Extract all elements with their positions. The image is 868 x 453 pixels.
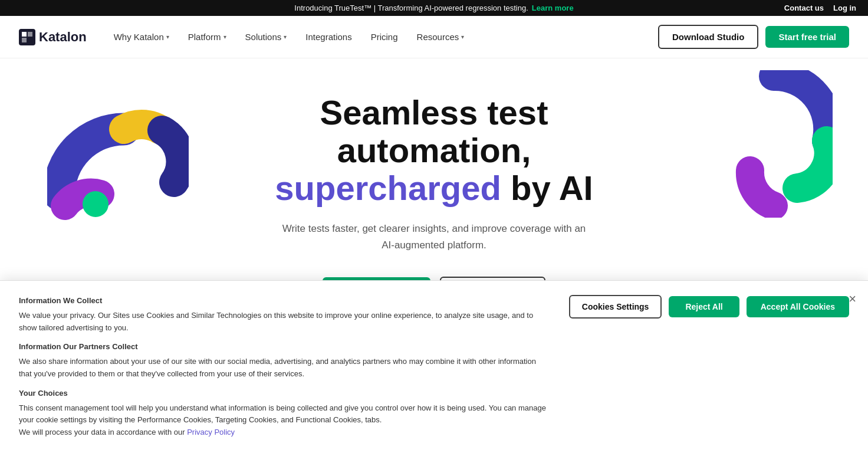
top-banner: Introducing TrueTest™ | Transforming AI-… [0, 0, 868, 16]
nav-item-solutions[interactable]: Solutions ▾ [237, 27, 295, 47]
cookie-inner: Information We Collect We value your pri… [19, 295, 849, 381]
cookie-buttons: Cookies Settings Reject All Accept All C… [569, 295, 849, 319]
nav-item-resources[interactable]: Resources ▾ [409, 27, 473, 47]
cookie-close-button[interactable]: × [849, 293, 856, 306]
chevron-down-icon: ▾ [166, 34, 169, 40]
chevron-down-icon: ▾ [284, 34, 287, 40]
hero-content: Seamless test automation, supercharged b… [234, 94, 634, 311]
cookie-title-1: Information We Collect [19, 295, 550, 307]
start-free-trial-nav-button[interactable]: Start free trial [765, 26, 849, 48]
headline-supercharged: supercharged [275, 169, 501, 207]
cookies-settings-button[interactable]: Cookies Settings [569, 295, 662, 319]
main-nav: Katalon Why Katalon ▾ Platform ▾ Solutio… [0, 16, 868, 58]
logo[interactable]: Katalon [19, 29, 87, 45]
nav-actions: Download Studio Start free trial [658, 25, 849, 49]
logo-text: Katalon [39, 29, 87, 45]
deco-left [47, 76, 189, 218]
accept-all-cookies-button[interactable]: Accept All Cookies [747, 296, 849, 317]
reject-all-button[interactable]: Reject All [669, 296, 739, 317]
cookie-text-1: We value your privacy. Our Sites use Coo… [19, 310, 550, 334]
svg-rect-2 [22, 38, 27, 42]
learn-more-link[interactable]: Learn more [532, 4, 574, 12]
nav-item-integrations[interactable]: Integrations [297, 27, 360, 47]
headline-part1: Seamless test automation, [320, 93, 548, 169]
chevron-down-icon: ▾ [223, 34, 226, 40]
svg-point-3 [83, 191, 108, 217]
download-studio-button[interactable]: Download Studio [658, 25, 758, 49]
cookie-title-2: Information Our Partners Collect [19, 341, 550, 353]
nav-item-platform[interactable]: Platform ▾ [180, 27, 235, 47]
svg-rect-1 [28, 32, 32, 37]
nav-item-pricing[interactable]: Pricing [363, 27, 406, 47]
hero-subtitle: Write tests faster, get clearer insights… [281, 221, 587, 252]
cookie-text: Information We Collect We value your pri… [19, 295, 550, 381]
log-in-link[interactable]: Log in [833, 4, 856, 12]
deco-right [715, 70, 833, 212]
cookie-banner: × Information We Collect We value your p… [0, 280, 868, 381]
hero-headline: Seamless test automation, supercharged b… [234, 94, 634, 206]
cookie-actions: Cookies Settings Reject All Accept All C… [569, 295, 849, 319]
contact-us-link[interactable]: Contact us [784, 4, 824, 12]
headline-part2: by AI [511, 169, 593, 207]
svg-rect-0 [22, 32, 27, 37]
nav-item-why-katalon[interactable]: Why Katalon ▾ [106, 27, 177, 47]
logo-icon [19, 29, 35, 45]
cookie-text-2: We also share information about your use… [19, 356, 550, 380]
banner-intro-text: Introducing TrueTest™ | Transforming AI-… [294, 4, 528, 12]
chevron-down-icon: ▾ [461, 34, 464, 40]
nav-links: Why Katalon ▾ Platform ▾ Solutions ▾ Int… [106, 27, 658, 47]
